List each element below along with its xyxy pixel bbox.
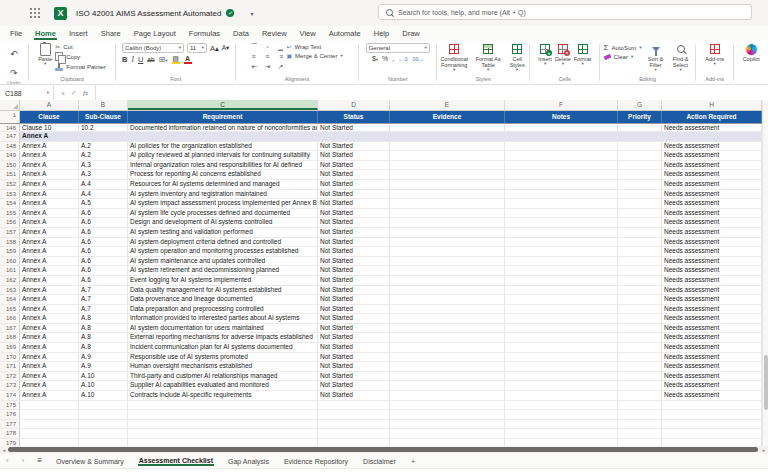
cell-evidence[interactable] bbox=[390, 257, 505, 266]
vertical-scrollbar-thumb[interactable] bbox=[764, 355, 768, 410]
cell-priority[interactable] bbox=[618, 142, 662, 151]
cell-action[interactable] bbox=[662, 439, 762, 446]
cell-requirement[interactable]: AI system impact assessment process impl… bbox=[128, 199, 318, 208]
underline-button[interactable]: U bbox=[138, 55, 143, 64]
row-number[interactable]: 170 bbox=[0, 353, 20, 362]
row-number[interactable]: 179 bbox=[0, 439, 20, 446]
cell-requirement[interactable]: External reporting mechanisms for advers… bbox=[128, 333, 318, 342]
header-requirement[interactable]: Requirement bbox=[128, 111, 318, 123]
cell-clause[interactable]: Annex A bbox=[20, 324, 79, 333]
cell-requirement[interactable]: AI system maintenance and updates contro… bbox=[128, 257, 318, 266]
cell-subclause[interactable]: A.10 bbox=[79, 372, 128, 381]
font-name-select[interactable]: Calibri (Body)▾ bbox=[122, 43, 184, 53]
comma-style-button[interactable]: , bbox=[392, 55, 394, 62]
select-all-corner[interactable] bbox=[0, 100, 20, 110]
cell-action[interactable]: Needs assessment bbox=[662, 180, 762, 189]
cell-evidence[interactable] bbox=[390, 324, 505, 333]
cell-notes[interactable] bbox=[505, 391, 618, 400]
borders-button[interactable]: ⊞▾ bbox=[159, 55, 168, 64]
cell-clause[interactable]: Annex A bbox=[20, 238, 79, 247]
cell-clause[interactable]: Annex A bbox=[20, 333, 79, 342]
cell-action[interactable] bbox=[662, 429, 762, 438]
insert-cells-button[interactable]: + Insert▾ bbox=[538, 43, 552, 66]
cell-requirement[interactable]: Supplier AI capabilities evaluated and m… bbox=[128, 381, 318, 390]
cell-status[interactable]: Not Started bbox=[318, 142, 390, 151]
cell-action[interactable]: Needs assessment bbox=[662, 228, 762, 237]
cell-priority[interactable] bbox=[618, 151, 662, 160]
conditional-formatting-button[interactable]: Conditional Formatting▾ bbox=[437, 43, 471, 72]
menu-tab-draw[interactable]: Draw bbox=[401, 27, 421, 40]
confirm-entry-button[interactable]: ✓ bbox=[71, 89, 77, 97]
cell-evidence[interactable] bbox=[390, 314, 505, 323]
cell-action[interactable]: Needs assessment bbox=[662, 190, 762, 199]
cell-evidence[interactable] bbox=[390, 228, 505, 237]
cell-subclause[interactable]: A.6 bbox=[79, 247, 128, 256]
cell-requirement[interactable]: Design and development of AI systems con… bbox=[128, 218, 318, 227]
search-input[interactable]: Search for tools, help, and more (Alt + … bbox=[378, 4, 752, 20]
cell-evidence[interactable] bbox=[390, 276, 505, 285]
menu-tab-view[interactable]: View bbox=[299, 27, 317, 40]
cell-status[interactable]: Not Started bbox=[318, 124, 390, 131]
cell-action[interactable]: Needs assessment bbox=[662, 266, 762, 275]
cell-action[interactable]: Needs assessment bbox=[662, 161, 762, 170]
cell-subclause[interactable]: A.6 bbox=[79, 218, 128, 227]
column-header-A[interactable]: A bbox=[20, 100, 79, 110]
cell-subclause[interactable]: A.6 bbox=[79, 238, 128, 247]
cell-clause[interactable]: Annex A bbox=[20, 362, 79, 371]
cell-evidence[interactable] bbox=[390, 429, 505, 438]
paste-button[interactable]: Paste▾ bbox=[38, 43, 52, 66]
cell-priority[interactable] bbox=[618, 286, 662, 295]
cell-evidence[interactable] bbox=[390, 247, 505, 256]
cell-subclause[interactable]: A.2 bbox=[79, 151, 128, 160]
cell-notes[interactable] bbox=[505, 439, 618, 446]
cell-notes[interactable] bbox=[505, 228, 618, 237]
row-number[interactable]: 147 bbox=[0, 132, 20, 141]
cell-requirement[interactable]: Process for reporting AI concerns establ… bbox=[128, 170, 318, 179]
cell-evidence[interactable] bbox=[390, 142, 505, 151]
row-number[interactable]: 176 bbox=[0, 410, 20, 419]
cell-subclause[interactable]: A.6 bbox=[79, 276, 128, 285]
scroll-left-arrow-icon[interactable]: ◂ bbox=[0, 447, 8, 453]
cell-priority[interactable] bbox=[618, 372, 662, 381]
name-box[interactable]: C188 ▾ bbox=[0, 85, 54, 101]
cell-subclause[interactable] bbox=[79, 420, 128, 429]
cell-notes[interactable] bbox=[505, 209, 618, 218]
cell-status[interactable]: Not Started bbox=[318, 372, 390, 381]
cell-priority[interactable] bbox=[618, 353, 662, 362]
cell-action[interactable]: Needs assessment bbox=[662, 343, 762, 352]
cell-status[interactable]: Not Started bbox=[318, 343, 390, 352]
cell-subclause[interactable]: 10.2 bbox=[79, 124, 128, 131]
cell-notes[interactable] bbox=[505, 429, 618, 438]
cell-requirement[interactable] bbox=[128, 420, 318, 429]
cell-clause[interactable]: Annex A bbox=[20, 372, 79, 381]
redo-button[interactable]: ↷ bbox=[10, 62, 18, 80]
cell-action[interactable]: Needs assessment bbox=[662, 372, 762, 381]
cell-evidence[interactable] bbox=[390, 209, 505, 218]
cell-action[interactable] bbox=[662, 410, 762, 419]
align-left-button[interactable]: ≡ bbox=[251, 53, 261, 62]
cell-notes[interactable] bbox=[505, 132, 618, 141]
cancel-entry-button[interactable]: × bbox=[61, 90, 65, 97]
column-header-F[interactable]: F bbox=[505, 100, 618, 110]
cell-evidence[interactable] bbox=[390, 343, 505, 352]
cell-clause[interactable]: Annex A bbox=[20, 286, 79, 295]
row-number[interactable]: 154 bbox=[0, 199, 20, 208]
cell-priority[interactable] bbox=[618, 199, 662, 208]
cell-evidence[interactable] bbox=[390, 286, 505, 295]
cell-notes[interactable] bbox=[505, 343, 618, 352]
cell-requirement[interactable]: Human oversight mechanisms established bbox=[128, 362, 318, 371]
menu-tab-automate[interactable]: Automate bbox=[328, 27, 362, 40]
header-priority[interactable]: Priority bbox=[618, 111, 662, 123]
cell-subclause[interactable]: A.8 bbox=[79, 324, 128, 333]
cell-clause[interactable]: Annex A bbox=[20, 295, 79, 304]
add-sheet-button[interactable]: + bbox=[410, 455, 417, 467]
cell-evidence[interactable] bbox=[390, 180, 505, 189]
cell-clause[interactable] bbox=[20, 439, 79, 446]
cell-action[interactable]: Needs assessment bbox=[662, 314, 762, 323]
cell-notes[interactable] bbox=[505, 372, 618, 381]
cell-subclause[interactable]: A.7 bbox=[79, 295, 128, 304]
row-number[interactable]: 163 bbox=[0, 286, 20, 295]
cell-status[interactable]: Not Started bbox=[318, 353, 390, 362]
cell-subclause[interactable] bbox=[79, 401, 128, 410]
text-orientation-button[interactable]: ↗ bbox=[273, 63, 283, 72]
